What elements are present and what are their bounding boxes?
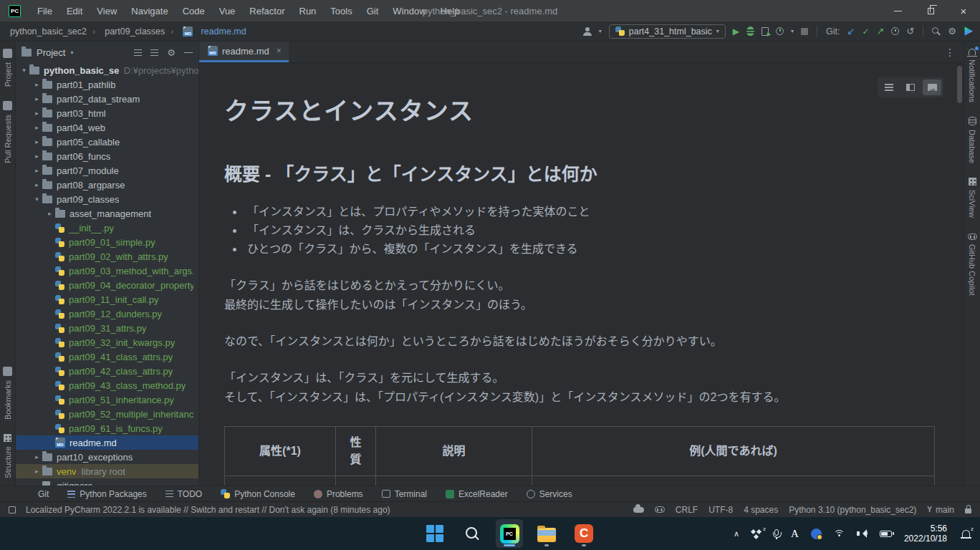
menu-item[interactable]: Vue <box>213 4 242 19</box>
tool-window-button[interactable]: TODO <box>165 489 202 499</box>
tab-close-icon[interactable]: × <box>277 46 282 56</box>
tree-item[interactable]: part09_42_class_attrs.py <box>16 364 198 378</box>
tool-window-button[interactable]: Problems <box>314 489 363 499</box>
menu-item[interactable]: Navigate <box>125 4 174 19</box>
menu-item[interactable]: File <box>31 4 59 19</box>
tool-window-button[interactable]: Services <box>527 489 572 499</box>
run-configuration-select[interactable]: part4_31_html_basic ▾ <box>609 24 726 39</box>
tree-item[interactable]: ▸ part02_data_stream <box>16 92 198 106</box>
tab-options-menu-icon[interactable]: ⋮ <box>945 47 964 58</box>
tree-item[interactable]: part09_32_init_kwargs.py <box>16 335 198 349</box>
tree-twisty-icon[interactable]: ▸ <box>32 124 42 131</box>
tree-twisty-icon[interactable]: ▸ <box>32 181 42 188</box>
tree-twisty-icon[interactable]: ▸ <box>32 453 42 460</box>
wifi-icon[interactable] <box>834 530 845 538</box>
tree-twisty-icon[interactable]: ▸ <box>32 167 42 174</box>
line-ending-widget[interactable]: CRLF <box>676 505 698 515</box>
view-split-button[interactable] <box>901 79 920 95</box>
tab-readme[interactable]: readme.md × <box>199 42 289 62</box>
tree-item[interactable]: ▸ part10_exceptions <box>16 450 198 464</box>
cloud-sync-icon[interactable] <box>633 507 644 513</box>
taskbar-search-button[interactable] <box>458 519 486 548</box>
tree-twisty-icon[interactable]: ▸ <box>32 110 42 117</box>
restore-button[interactable] <box>914 0 947 21</box>
menu-item[interactable]: Edit <box>60 4 89 19</box>
start-button[interactable] <box>421 519 448 548</box>
expand-all-icon[interactable] <box>134 49 142 56</box>
tree-twisty-icon[interactable]: ▾ <box>19 67 29 74</box>
tool-window-button[interactable]: Git <box>24 489 49 499</box>
tree-item[interactable]: __init__.py <box>16 221 198 235</box>
menu-item[interactable]: Refactor <box>243 4 291 19</box>
menu-item[interactable]: Run <box>293 4 323 19</box>
profiler-button[interactable] <box>776 27 784 35</box>
tool-stripe-item[interactable]: GitHub Copilot <box>968 225 977 303</box>
git-branch-widget[interactable]: Y main <box>927 505 954 515</box>
breadcrumb-item[interactable]: readme.md <box>165 26 246 37</box>
menu-item[interactable]: Git <box>360 4 385 19</box>
tree-item[interactable]: part09_31_attrs.py <box>16 321 198 335</box>
menu-item[interactable]: Help <box>434 4 466 19</box>
indent-widget[interactable]: 4 spaces <box>744 505 778 515</box>
tree-twisty-icon[interactable]: ▸ <box>32 95 42 102</box>
tree-item[interactable]: ▸ part04_web <box>16 120 198 135</box>
editor-scrollbar[interactable] <box>957 66 962 103</box>
tree-item[interactable]: ▾ part09_classes <box>16 192 198 206</box>
interpreter-widget[interactable]: Python 3.10 (python_basic_sec2) <box>789 505 916 515</box>
tree-twisty-icon[interactable]: ▸ <box>32 81 42 88</box>
tree-item[interactable]: ▸ part05_callable <box>16 135 198 149</box>
tree-item[interactable]: ▾ python_basic_sec2 D:¥projects¥python_ <box>16 63 198 77</box>
tool-stripe-item[interactable]: SciView <box>968 170 976 225</box>
breadcrumb-item[interactable]: part09_classes <box>87 26 165 37</box>
tool-window-button[interactable]: ExcelReader <box>446 489 508 499</box>
settings-button[interactable]: ⚙ <box>948 26 956 37</box>
tool-window-button[interactable]: Terminal <box>382 489 427 499</box>
project-panel-title[interactable]: Project <box>37 47 65 58</box>
view-editor-only-button[interactable] <box>880 79 898 95</box>
tree-item[interactable]: part09_03_method_with_args.py <box>16 264 198 278</box>
taskbar-explorer-button[interactable] <box>533 519 560 548</box>
breadcrumb-item[interactable]: python_basic_sec2 <box>10 26 87 37</box>
microphone-icon[interactable] <box>774 529 779 536</box>
clock-widget[interactable]: 5:56 2022/10/18 <box>904 524 947 544</box>
tool-stripe-item[interactable]: Structure <box>3 427 12 486</box>
menu-item[interactable]: Window <box>386 4 432 19</box>
tool-stripe-item[interactable]: Project <box>3 42 12 94</box>
menu-item[interactable]: Code <box>176 4 211 19</box>
run-button[interactable]: ▶ <box>733 26 739 37</box>
tree-item[interactable]: part09_01_simple.py <box>16 235 198 249</box>
tree-item[interactable]: ▸ part06_funcs <box>16 149 198 163</box>
tree-item[interactable]: part09_61_is_funcs.py <box>16 421 198 435</box>
tool-window-button[interactable]: Python Console <box>221 489 295 499</box>
user-icon[interactable] <box>583 27 592 36</box>
tree-item[interactable]: part09_04_decorator_property.py <box>16 278 198 292</box>
globe-app-icon[interactable] <box>811 529 822 539</box>
panel-settings-icon[interactable]: ⚙ <box>167 47 176 58</box>
status-message[interactable]: Localized PyCharm 2022.2.1 is available … <box>26 505 390 515</box>
tree-twisty-icon[interactable]: ▾ <box>32 196 42 203</box>
git-push-button[interactable]: ↗ <box>877 26 885 37</box>
tool-stripe-item[interactable]: Database <box>968 110 976 170</box>
tray-overflow-chevron-icon[interactable]: ∧ <box>734 529 739 539</box>
collapse-all-icon[interactable] <box>150 49 158 56</box>
tree-item[interactable]: part09_02_with_attrs.py <box>16 249 198 264</box>
taskbar-camtasia-button[interactable]: C <box>570 519 597 548</box>
tree-item[interactable]: ▸ asset_management <box>16 206 198 221</box>
tree-item[interactable]: part09_11_init_call.py <box>16 292 198 307</box>
chevron-down-icon[interactable]: ▾ <box>70 49 73 56</box>
git-commit-button[interactable]: ✓ <box>862 26 869 37</box>
lock-icon[interactable] <box>965 508 971 513</box>
search-everywhere-button[interactable] <box>932 27 941 36</box>
tool-window-button[interactable]: Python Packages <box>67 489 146 499</box>
git-rollback-button[interactable]: ↺ <box>906 26 914 37</box>
tree-twisty-icon[interactable]: ▸ <box>32 153 42 160</box>
tree-item[interactable]: part09_43_class_method.py <box>16 378 198 392</box>
hide-panel-icon[interactable]: — <box>184 47 193 57</box>
gradient-triangle-icon[interactable] <box>964 26 973 36</box>
menu-item[interactable]: Tools <box>324 4 358 19</box>
battery-icon[interactable] <box>880 531 892 537</box>
tree-item[interactable]: part09_51_inheritance.py <box>16 392 198 407</box>
tree-item[interactable]: .gitignore <box>16 478 198 486</box>
tree-item[interactable]: part09_52_multiple_inheritance.py <box>16 407 198 421</box>
notification-bell-icon[interactable] <box>962 530 970 537</box>
